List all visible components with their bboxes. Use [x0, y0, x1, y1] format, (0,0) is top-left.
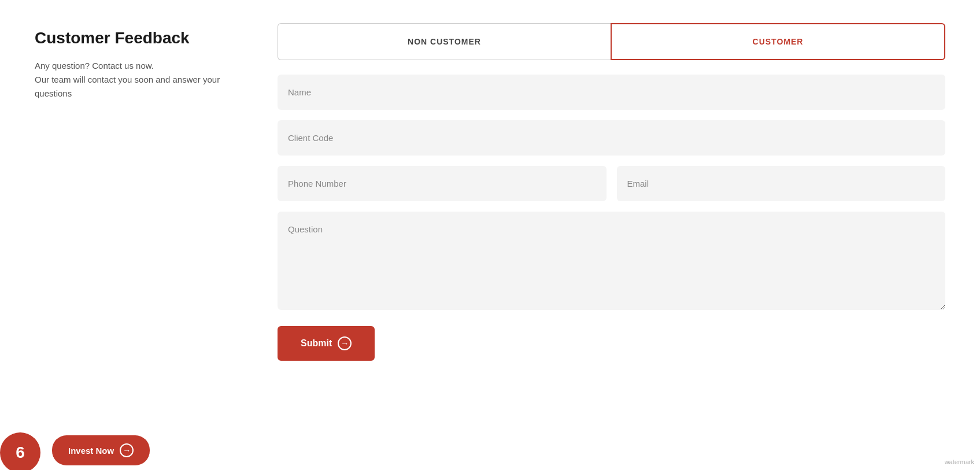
page-wrapper: Customer Feedback Any question? Contact …: [0, 0, 980, 470]
email-input[interactable]: [617, 166, 946, 201]
tab-row: NON CUSTOMER CUSTOMER: [278, 23, 945, 60]
subtitle-line1: Any question? Contact us now.: [35, 59, 254, 73]
submit-row: Submit →: [278, 326, 945, 361]
client-code-input[interactable]: [278, 120, 945, 156]
phone-email-row: [278, 166, 945, 201]
watermark: watermark: [945, 458, 974, 465]
name-input[interactable]: [278, 75, 945, 110]
phone-input[interactable]: [278, 166, 607, 201]
subtitle-line2: Our team will contact you soon and answe…: [35, 73, 254, 101]
invest-arrow-icon: →: [120, 443, 134, 457]
submit-label: Submit: [301, 338, 332, 349]
subtitle: Any question? Contact us now. Our team w…: [35, 59, 254, 101]
tab-non-customer[interactable]: NON CUSTOMER: [278, 23, 611, 60]
invest-now-label: Invest Now: [68, 446, 114, 456]
tab-customer[interactable]: CUSTOMER: [611, 23, 945, 60]
right-panel: NON CUSTOMER CUSTOMER Submit →: [278, 23, 945, 447]
circle-number: 6: [16, 443, 25, 462]
page-title: Customer Feedback: [35, 29, 254, 47]
bottom-left-section: 6 Invest Now →: [0, 432, 150, 470]
watermark-text: watermark: [945, 458, 974, 465]
invest-now-button[interactable]: Invest Now →: [52, 435, 150, 465]
submit-button[interactable]: Submit →: [278, 326, 375, 361]
form-section: Submit →: [278, 75, 945, 361]
question-textarea[interactable]: [278, 212, 945, 310]
submit-arrow-icon: →: [338, 336, 352, 350]
main-content: Customer Feedback Any question? Contact …: [0, 0, 980, 470]
left-panel: Customer Feedback Any question? Contact …: [35, 23, 254, 447]
decorative-circle: 6: [0, 432, 40, 470]
